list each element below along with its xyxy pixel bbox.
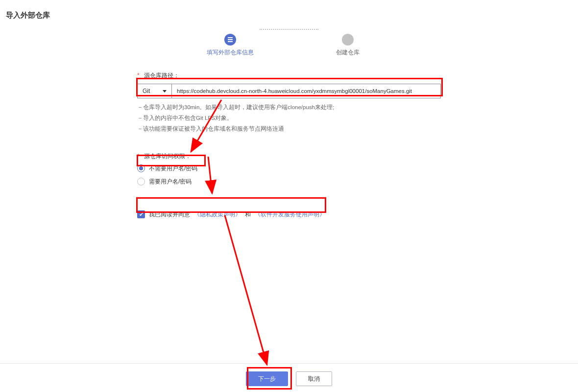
access-label: * 源仓库访问权限： bbox=[137, 152, 441, 161]
radio-icon-unchecked bbox=[137, 178, 145, 185]
step-icon-active bbox=[224, 34, 236, 46]
step-icon-inactive bbox=[342, 34, 354, 46]
wizard-step-2: 创建仓库 bbox=[318, 34, 377, 57]
service-link[interactable]: 《软件开发服务使用声明》 bbox=[255, 210, 325, 219]
step-2-label: 创建仓库 bbox=[336, 48, 360, 57]
field-access: * 源仓库访问权限： 不需要用户名/密码 需要用户名/密码 bbox=[137, 152, 441, 186]
repo-path-label: * 源仓库路径： bbox=[137, 71, 441, 80]
hints: 仓库导入超时为30min。如果导入超时，建议使用客户端clone/push来处理… bbox=[137, 102, 441, 135]
protocol-select[interactable]: Git bbox=[138, 84, 172, 98]
hint-2: 导入的内容中不包含Git LFS对象。 bbox=[137, 113, 441, 124]
required-mark: * bbox=[137, 153, 140, 160]
page-title: 导入外部仓库 bbox=[0, 0, 578, 20]
access-radio-group: 不需要用户名/密码 需要用户名/密码 bbox=[137, 164, 441, 186]
field-repo-path: * 源仓库路径： Git 仓库导入超时为30min。如果导入超时，建议使用客户端… bbox=[137, 71, 441, 135]
hint-1: 仓库导入超时为30min。如果导入超时，建议使用客户端clone/push来处理… bbox=[137, 102, 441, 113]
privacy-link[interactable]: 《隐私政策声明》 bbox=[194, 210, 241, 219]
wizard-step-1: 填写外部仓库信息 bbox=[201, 34, 260, 57]
step-1-label: 填写外部仓库信息 bbox=[207, 48, 254, 57]
hint-3: 该功能需要保证被导入的仓库域名和服务节点网络连通 bbox=[137, 124, 441, 135]
chevron-down-icon bbox=[163, 90, 167, 92]
next-button[interactable]: 下一步 bbox=[246, 371, 288, 386]
radio-no-auth[interactable]: 不需要用户名/密码 bbox=[137, 164, 441, 173]
required-mark: * bbox=[137, 72, 140, 79]
svg-line-2 bbox=[225, 215, 267, 365]
agreement-row: ✔ 我已阅读并同意 《隐私政策声明》 和 《软件开发服务使用声明》 bbox=[137, 210, 441, 219]
wizard-connector bbox=[260, 29, 318, 30]
agreement-and: 和 bbox=[245, 210, 251, 219]
repo-url-input[interactable] bbox=[172, 84, 440, 98]
agreement-prefix: 我已阅读并同意 bbox=[149, 210, 190, 219]
form-area: * 源仓库路径： Git 仓库导入超时为30min。如果导入超时，建议使用客户端… bbox=[137, 71, 441, 219]
repo-path-row: Git bbox=[137, 84, 441, 98]
radio-auth[interactable]: 需要用户名/密码 bbox=[137, 178, 441, 186]
cancel-button[interactable]: 取消 bbox=[296, 371, 332, 386]
radio-no-auth-label: 不需要用户名/密码 bbox=[149, 164, 197, 173]
radio-icon-checked bbox=[137, 164, 145, 172]
radio-auth-label: 需要用户名/密码 bbox=[149, 178, 192, 186]
agreement-checkbox[interactable]: ✔ bbox=[137, 210, 145, 218]
protocol-value: Git bbox=[143, 88, 150, 94]
wizard-steps: 填写外部仓库信息 创建仓库 bbox=[0, 34, 578, 57]
footer: 下一步 取消 bbox=[0, 363, 578, 386]
